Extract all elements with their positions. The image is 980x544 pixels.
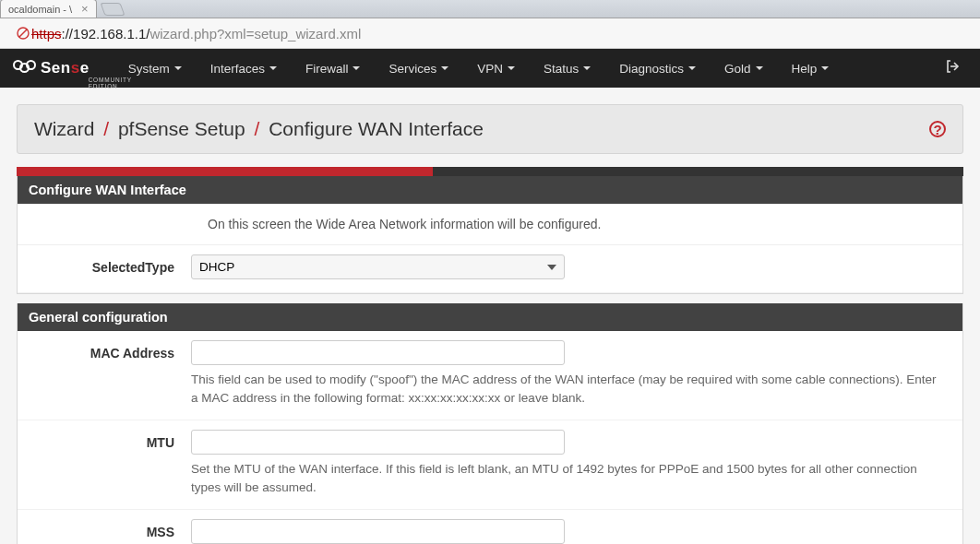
logout-icon[interactable] [938,52,967,85]
breadcrumb-wizard[interactable]: Wizard [34,118,94,139]
label-mac: MAC Address [34,340,191,407]
https-warning-icon [17,27,30,40]
breadcrumb-sep: / [103,118,109,139]
address-bar[interactable]: https ://192.168.1.1/ wizard.php?xml=set… [0,18,980,49]
input-mss[interactable] [191,519,565,544]
url-scheme: https [31,26,62,41]
url-path: wizard.php?xml=setup_wizard.xml [149,26,361,41]
help-mac: This field can be used to modify ("spoof… [191,371,946,407]
chevron-down-icon [688,66,696,70]
nav-services[interactable]: Services [377,53,460,85]
input-mtu[interactable] [191,430,565,455]
close-icon[interactable]: × [81,3,89,15]
row-mtu: MTU Set the MTU of the WAN interface. If… [18,420,962,510]
chevron-down-icon [583,66,591,70]
breadcrumb-sep: / [255,118,260,139]
row-mac-address: MAC Address This field can be used to mo… [18,331,962,420]
chevron-down-icon [441,66,448,70]
row-selected-type: SelectedType DHCP [18,245,962,293]
logo-icon [13,60,37,77]
chevron-down-icon [821,66,829,70]
logo[interactable]: Sense COMMUNITY EDITION [13,59,90,77]
panel-title: Configure WAN Interface [18,176,962,204]
svg-line-1 [19,30,27,37]
row-mss: MSS If a value is entered in this field,… [18,510,962,544]
breadcrumb-bar: Wizard / pfSense Setup / Configure WAN I… [17,104,963,154]
nav-firewall[interactable]: Firewall [294,53,372,85]
breadcrumb-setup[interactable]: pfSense Setup [118,118,245,139]
panel-general-config: General configuration MAC Address This f… [17,303,963,544]
nav-interfaces[interactable]: Interfaces [199,53,288,85]
nav-diagnostics[interactable]: Diagnostics [608,53,707,85]
panel-title: General configuration [18,303,962,331]
chevron-down-icon [174,66,182,70]
browser-tab-title: ocaldomain - \ [8,4,72,15]
panel-configure-wan: Configure WAN Interface On this screen t… [17,176,963,294]
top-nav: Sense COMMUNITY EDITION System Interface… [0,49,980,88]
chevron-down-icon [353,66,360,70]
logo-subtitle: COMMUNITY EDITION [89,77,132,89]
label-mss: MSS [34,519,191,544]
input-mac-address[interactable] [191,340,565,365]
label-mtu: MTU [34,430,191,496]
help-icon[interactable]: ? [929,121,946,137]
label-selected-type: SelectedType [34,254,191,279]
panel-intro: On this screen the Wide Area Network inf… [18,204,962,245]
nav-vpn[interactable]: VPN [466,53,526,85]
browser-tab[interactable]: ocaldomain - \ × [0,0,97,18]
nav-help[interactable]: Help [781,53,841,85]
nav-items: System Interfaces Firewall Services VPN … [117,53,841,85]
new-tab-button[interactable] [100,3,125,16]
breadcrumb-current: Configure WAN Interface [269,118,484,139]
chevron-down-icon [756,66,763,70]
logo-text: Sense [41,59,90,77]
help-mtu: Set the MTU of the WAN interface. If thi… [191,460,946,496]
select-selected-type[interactable]: DHCP [191,254,565,279]
chevron-down-icon [508,66,515,70]
chevron-down-icon [269,66,277,70]
progress-bar [17,167,963,176]
url-host: ://192.168.1.1/ [62,26,150,41]
breadcrumb: Wizard / pfSense Setup / Configure WAN I… [34,118,484,140]
nav-gold[interactable]: Gold [713,53,774,85]
progress-fill [17,167,433,176]
nav-status[interactable]: Status [532,53,602,85]
browser-tab-strip: ocaldomain - \ × [0,0,980,18]
